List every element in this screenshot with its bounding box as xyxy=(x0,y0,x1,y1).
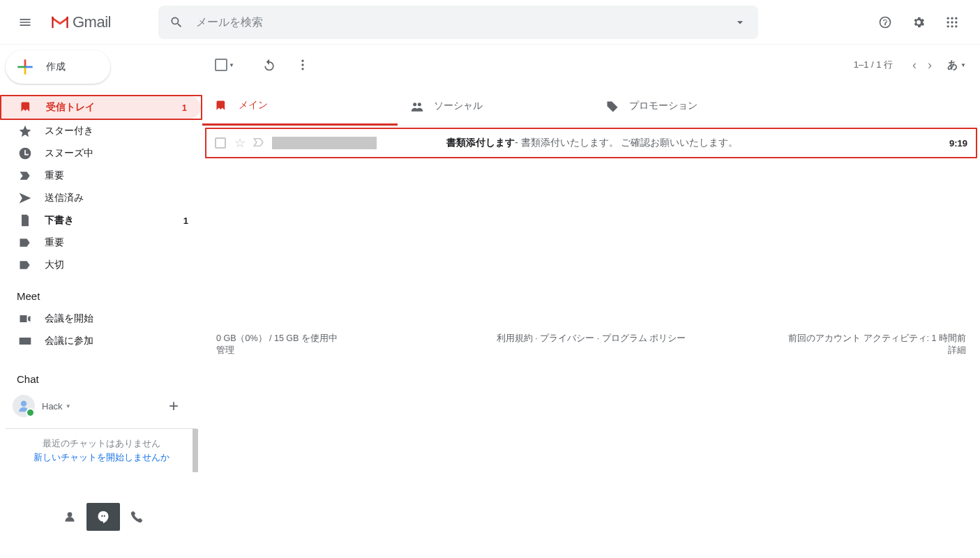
nav-label: 会議に参加 xyxy=(45,335,93,347)
nav-count: 1 xyxy=(183,216,188,226)
clock-icon xyxy=(18,146,32,160)
meet-start[interactable]: 会議を開始 xyxy=(0,308,202,330)
chat-start-link[interactable]: 新しいチャットを開始しませんか xyxy=(6,451,197,464)
svg-point-3 xyxy=(947,21,949,23)
inbox-icon xyxy=(20,100,33,114)
star-icon xyxy=(18,124,32,138)
svg-point-4 xyxy=(951,21,953,23)
hangouts-tab[interactable] xyxy=(86,503,120,531)
svg-point-1 xyxy=(951,17,953,19)
activity-details-link[interactable]: 詳細 xyxy=(948,345,966,355)
nav-label: 重要 xyxy=(45,169,64,182)
people-icon xyxy=(410,100,423,112)
chat-user-row[interactable]: Hack ▼ + xyxy=(0,391,202,421)
caret-down-icon: ▼ xyxy=(960,62,966,68)
select-all-checkbox[interactable]: ▼ xyxy=(215,59,234,71)
tab-social[interactable]: ソーシャル xyxy=(398,86,593,126)
compose-wrap: 作成 xyxy=(0,50,202,95)
app-header: Gmail xyxy=(0,0,980,45)
new-chat-button[interactable]: + xyxy=(169,396,190,416)
search-input[interactable] xyxy=(190,16,726,29)
mail-row[interactable]: ☆ 書類添付します - 書類添付いたします。 ご確認お願いいたします。 9:19 xyxy=(206,129,976,157)
page-count-label: 1–1 / 1 行 xyxy=(854,59,893,71)
nav-inbox[interactable]: 受信トレイ 1 xyxy=(1,96,201,119)
input-method-label: あ xyxy=(947,59,958,72)
nav-count: 1 xyxy=(182,103,187,113)
search-icon[interactable] xyxy=(163,15,190,29)
phone-icon xyxy=(130,510,144,524)
storage-manage-link[interactable]: 管理 xyxy=(216,345,234,355)
svg-point-13 xyxy=(301,63,303,66)
nav-snoozed[interactable]: スヌーズ中 xyxy=(0,142,202,165)
nav-starred[interactable]: スター付き xyxy=(0,120,202,142)
help-icon xyxy=(878,15,892,29)
highlight-inbox: 受信トレイ 1 xyxy=(0,95,202,120)
row-checkbox[interactable] xyxy=(215,137,226,149)
contacts-tab[interactable] xyxy=(53,503,86,531)
chat-section-title: Chat xyxy=(0,366,202,391)
nav-label-important[interactable]: 重要 xyxy=(0,232,202,254)
sidebar: 作成 受信トレイ 1 スター付き スヌーズ中 重要 xyxy=(0,45,202,558)
tab-primary[interactable]: メイン xyxy=(202,86,398,126)
nav-label: 下書き xyxy=(45,214,74,227)
footer-policies: 利用規約 · プライバシー · プログラム ポリシー xyxy=(466,333,716,356)
label-icon xyxy=(18,258,32,272)
support-button[interactable] xyxy=(871,8,899,36)
header-actions xyxy=(868,8,974,36)
nav-label: 重要 xyxy=(45,236,64,249)
settings-button[interactable] xyxy=(905,8,933,36)
gmail-logo[interactable]: Gmail xyxy=(45,13,116,31)
more-vert-icon xyxy=(296,58,310,72)
page-next-button[interactable]: › xyxy=(922,58,937,73)
search-options-button[interactable] xyxy=(726,15,754,29)
storage-text: 0 GB（0%） / 15 GB を使用中 xyxy=(216,333,466,345)
main-menu-button[interactable] xyxy=(8,6,42,39)
mail-content: 書類添付します - 書類添付いたします。 ご確認お願いいたします。 xyxy=(446,137,738,149)
refresh-button[interactable] xyxy=(255,58,283,72)
svg-point-8 xyxy=(955,25,957,27)
star-toggle[interactable]: ☆ xyxy=(234,135,246,151)
nav-label: 送信済み xyxy=(45,192,84,204)
toolbar-right: 1–1 / 1 行 ‹ › あ ▼ xyxy=(854,58,966,73)
svg-point-2 xyxy=(955,17,957,19)
checkbox-icon xyxy=(215,59,227,71)
search-bar[interactable] xyxy=(158,6,758,39)
svg-point-10 xyxy=(21,401,27,407)
footer-activity: 前回のアカウント アクティビティ: 1 時間前 詳細 xyxy=(716,333,966,356)
svg-point-0 xyxy=(947,17,949,19)
page-prev-button[interactable]: ‹ xyxy=(907,58,922,73)
policy-links[interactable]: 利用規約 · プライバシー · プログラム ポリシー xyxy=(497,333,686,343)
person-icon xyxy=(17,399,31,413)
toolbar: ▼ 1–1 / 1 行 ‹ › あ ▼ xyxy=(202,45,980,78)
meet-section-title: Meet xyxy=(0,276,202,308)
nav-sent[interactable]: 送信済み xyxy=(0,187,202,209)
chat-empty-box: 最近のチャットはありません 新しいチャットを開始しませんか xyxy=(6,428,197,472)
category-tabs: メイン ソーシャル プロモーション xyxy=(202,86,980,126)
meet-join[interactable]: 会議に参加 xyxy=(0,330,202,352)
apps-button[interactable] xyxy=(938,8,966,36)
compose-button[interactable]: 作成 xyxy=(6,50,110,84)
sent-icon xyxy=(18,191,32,205)
hamburger-icon xyxy=(18,15,32,29)
chevron-down-icon: ▼ xyxy=(66,403,71,409)
nav-label: スター付き xyxy=(45,125,93,137)
app-body: 作成 受信トレイ 1 スター付き スヌーズ中 重要 xyxy=(0,45,980,558)
inbox-icon xyxy=(215,99,227,112)
video-icon xyxy=(18,312,32,326)
nav-important[interactable]: 重要 xyxy=(0,165,202,187)
importance-toggle[interactable] xyxy=(252,136,265,151)
nav-label: 受信トレイ xyxy=(46,101,95,114)
draft-icon xyxy=(18,213,32,227)
phone-tab[interactable] xyxy=(120,503,153,531)
mail-date: 9:19 xyxy=(949,138,967,149)
keyboard-icon xyxy=(18,334,32,348)
input-method-button[interactable]: あ ▼ xyxy=(947,59,966,72)
user-avatar xyxy=(13,395,35,417)
more-button[interactable] xyxy=(289,58,317,72)
tab-label: ソーシャル xyxy=(434,100,483,112)
nav-drafts[interactable]: 下書き 1 xyxy=(0,209,202,232)
mail-snippet: - 書類添付いたします。 ご確認お願いいたします。 xyxy=(515,137,738,149)
nav-label-precious[interactable]: 大切 xyxy=(0,254,202,276)
tab-promotions[interactable]: プロモーション xyxy=(593,86,788,126)
caret-down-icon[interactable]: ▼ xyxy=(229,62,234,68)
